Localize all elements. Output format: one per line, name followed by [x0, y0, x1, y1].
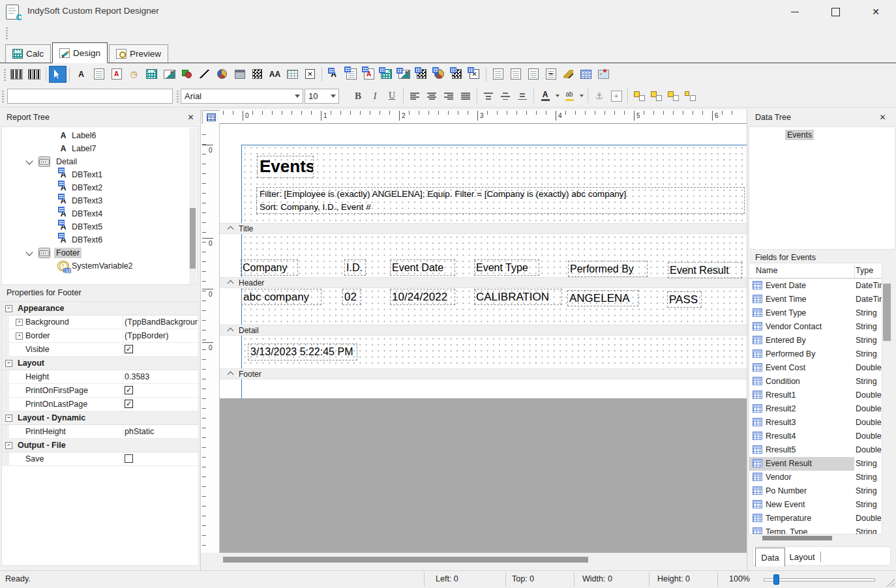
barcode-icon[interactable]	[8, 66, 25, 83]
font-color-dropdown[interactable]	[554, 88, 561, 104]
property-row-background[interactable]: +Background(TppBandBackground)	[2, 316, 198, 329]
detail-band-strip[interactable]: Detail	[201, 325, 747, 336]
expand-icon[interactable]: +	[16, 319, 23, 326]
property-value[interactable]: (TppBandBackground)	[125, 317, 198, 327]
select-tool-button[interactable]	[49, 66, 67, 83]
table-tool-icon[interactable]	[577, 66, 595, 83]
field-row-condition[interactable]: ConditionString	[749, 375, 882, 389]
band-collapse-icon[interactable]	[228, 372, 234, 378]
label-tool-icon[interactable]: A	[72, 66, 90, 83]
dbimage-tool-icon[interactable]	[395, 66, 413, 83]
valign-center-button[interactable]	[497, 88, 514, 104]
column-header-label[interactable]: I.D.	[344, 259, 366, 276]
tree-item-dbtext2[interactable]: ADBText2	[2, 181, 197, 194]
dbtext-field[interactable]: abc company	[241, 289, 321, 305]
footer-band-strip[interactable]: Footer	[201, 368, 747, 379]
align-left-button[interactable]	[406, 88, 423, 104]
property-category-appearance[interactable]: −Appearance	[2, 302, 198, 316]
field-row-temp-type[interactable]: Temp. TypeString	[749, 525, 882, 535]
tab-design[interactable]: Design	[52, 42, 108, 63]
fields-column-headers[interactable]: Name Type	[749, 263, 882, 278]
tree-item-dbtext6[interactable]: ADBText6	[2, 233, 197, 246]
dbtext-field[interactable]: 02	[342, 289, 361, 305]
close-button[interactable]: ✕	[856, 0, 896, 23]
font-size-combobox[interactable]: 10	[305, 89, 339, 104]
field-row-temperature[interactable]: TemperatureDouble	[749, 512, 882, 525]
property-row-printonlastpage[interactable]: PrintOnLastPage✓	[2, 398, 198, 411]
tree-item-label6[interactable]: ALabel6	[2, 129, 197, 142]
paintbrush-tool-icon[interactable]	[560, 66, 577, 83]
align-right-button[interactable]	[440, 88, 457, 104]
column-header-label[interactable]: Event Type	[474, 259, 539, 276]
tree-item-footer[interactable]: Footer	[2, 246, 197, 259]
property-category-output-file[interactable]: −Output - File	[2, 439, 198, 452]
pagebreak-tool-icon[interactable]	[524, 66, 542, 83]
ruler-corner-button[interactable]	[202, 110, 220, 125]
grid-tool-icon[interactable]	[284, 66, 301, 83]
move-forward-button[interactable]	[665, 88, 681, 104]
tree-item-label7[interactable]: ALabel7	[2, 142, 197, 155]
container-tool-icon[interactable]	[231, 66, 248, 83]
tab-data[interactable]: Data	[755, 548, 785, 566]
dbtext-field[interactable]: ANGELENA	[567, 290, 638, 306]
tab-calc[interactable]: Calc	[5, 44, 51, 63]
collapse-icon[interactable]: −	[5, 360, 12, 367]
anchor-button[interactable]: ⚓	[591, 88, 608, 104]
field-row-performed-by[interactable]: Performed ByString	[749, 347, 882, 361]
field-row-rresult4[interactable]: Rresult4Double	[749, 430, 882, 443]
valign-bottom-button[interactable]	[514, 88, 531, 104]
property-value[interactable]: (TppBorder)	[125, 331, 198, 340]
canvas-horizontal-scrollbar[interactable]	[202, 555, 747, 565]
property-row-printonfirstpage[interactable]: PrintOnFirstPage✓	[2, 384, 198, 398]
field-row-vendor[interactable]: VendorString	[749, 471, 882, 484]
property-category-layout-dynamic[interactable]: −Layout - Dynamic	[2, 411, 198, 425]
dbtext-field[interactable]: 10/24/2022	[390, 289, 455, 305]
tree-item-dbtext4[interactable]: ADBText4	[2, 207, 197, 220]
dbcheckbox-tool-icon[interactable]: ✕	[466, 66, 483, 83]
move-backward-button[interactable]	[681, 88, 698, 104]
richtext-tool-icon[interactable]: A	[108, 66, 125, 83]
dbbarcode-tool-icon[interactable]	[413, 66, 430, 83]
data-tree-node-events[interactable]: Events	[749, 128, 895, 141]
font-color-button[interactable]: A	[537, 88, 554, 104]
field-row-event-result[interactable]: Event ResultString	[749, 457, 882, 471]
field-row-rresult5[interactable]: Rresult5Double	[749, 443, 882, 457]
data-tree-close-button[interactable]: ✕	[877, 111, 888, 123]
band-collapse-icon[interactable]	[228, 280, 234, 287]
field-row-vendor-contact[interactable]: Vendor ContactString	[749, 320, 882, 334]
property-row-height[interactable]: Height0.3583	[2, 370, 198, 384]
fontmaster-tool-icon[interactable]: AA	[266, 66, 284, 83]
tree-item-detail[interactable]: Detail	[2, 155, 197, 168]
field-row-rresult3[interactable]: Rresult3Double	[749, 416, 882, 430]
field-row-event-time[interactable]: Event TimeDateTime	[749, 293, 882, 306]
calc-tool-icon[interactable]	[143, 66, 160, 83]
barcode-set-icon[interactable]	[25, 66, 43, 83]
design-canvas[interactable]: Title Header Detail Footer Events Filter…	[201, 110, 747, 570]
maximize-button[interactable]	[815, 0, 856, 23]
line-tool-icon[interactable]	[196, 66, 213, 83]
tree-item-dbtext5[interactable]: ADBText5	[2, 220, 197, 233]
system-variable-field[interactable]: 3/13/2023 5:22:45 PM	[248, 344, 357, 360]
tree-item-dbtext3[interactable]: ADBText3	[2, 194, 197, 207]
expand-icon[interactable]: +	[16, 332, 23, 340]
property-row-visible[interactable]: Visible✓	[2, 343, 198, 357]
property-value[interactable]: 0.3583	[125, 372, 198, 381]
resize-grip[interactable]	[887, 579, 895, 587]
dbchart-tool-icon[interactable]	[430, 66, 448, 83]
checkbox[interactable]: ✓	[125, 345, 133, 353]
report-title-label[interactable]: Events	[257, 156, 314, 178]
highlight-color-dropdown[interactable]	[578, 88, 585, 104]
dbtext-field[interactable]: CALIBRATION	[474, 289, 562, 305]
zoom-slider[interactable]	[764, 578, 875, 581]
nodata-tool-icon[interactable]: ~	[542, 66, 560, 83]
checkbox[interactable]	[125, 454, 133, 463]
field-row-entered-by[interactable]: Entered ByString	[749, 334, 882, 347]
column-header-label[interactable]: Performed By	[568, 261, 648, 277]
toolbar-grip[interactable]	[4, 68, 6, 81]
collapse-icon[interactable]: −	[5, 442, 12, 449]
dbtext-tool-icon[interactable]: A	[325, 66, 342, 83]
chart-tool-icon[interactable]	[213, 66, 231, 83]
scrollbar-thumb[interactable]	[190, 208, 196, 269]
property-value[interactable]: phStatic	[125, 427, 198, 436]
property-row-printheight[interactable]: PrintHeightphStatic	[2, 425, 198, 439]
